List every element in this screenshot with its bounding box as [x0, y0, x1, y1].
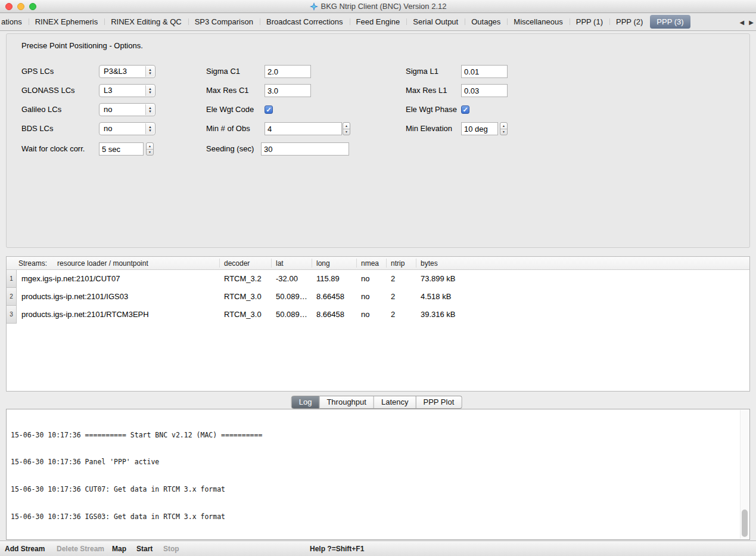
cell-mountpoint: products.igs-ip.net:2101/RTCM3EPH — [21, 306, 149, 324]
gps-lcs-combobox[interactable]: P3&L3 ▲▼ — [99, 65, 155, 78]
column-bytes: bytes — [421, 257, 438, 270]
tab-rinex-editing-qc[interactable]: RINEX Editing & QC — [104, 13, 188, 30]
tab-bar: ations RINEX Ephemeris RINEX Editing & Q… — [0, 13, 756, 31]
max-res-c1-label: Max Res C1 — [206, 84, 249, 97]
cell-long: 8.66458 — [316, 306, 344, 324]
app-icon — [310, 2, 318, 11]
tab-broadcast-corrections[interactable]: Broadcast Corrections — [260, 13, 350, 30]
cell-bytes: 4.518 kB — [421, 288, 451, 306]
glonass-lcs-label: GLONASS LCs — [21, 84, 75, 97]
bds-lcs-combobox[interactable]: no ▲▼ — [99, 122, 155, 135]
cell-decoder: RTCM_3.0 — [224, 306, 262, 324]
tab-serial-output[interactable]: Serial Output — [406, 13, 465, 30]
seeding-input[interactable] — [261, 142, 349, 156]
streams-table[interactable]: Streams: resource loader / mountpoint de… — [6, 256, 750, 392]
ele-wgt-phase-checkbox[interactable]: ✓ — [461, 105, 469, 114]
column-nmea: nmea — [361, 257, 379, 270]
tab-ppp-3[interactable]: PPP (3) — [650, 15, 690, 29]
window-title: BKG Ntrip Client (BNC) Version 2.12 — [0, 0, 756, 13]
title-bar[interactable]: BKG Ntrip Client (BNC) Version 2.12 — [0, 0, 756, 13]
cell-nmea: no — [361, 270, 369, 288]
tab-miscellaneous[interactable]: Miscellaneous — [507, 13, 569, 30]
check-icon: ✓ — [266, 106, 271, 113]
panel-title: Precise Point Positioning - Options. — [21, 41, 143, 50]
column-separator — [219, 259, 220, 268]
tab-sp3-comparison[interactable]: SP3 Comparison — [188, 13, 260, 30]
table-row[interactable]: 2 products.igs-ip.net:2101/IGS03 RTCM_3.… — [7, 288, 749, 306]
stepper-down-icon[interactable]: ▼ — [500, 129, 507, 135]
max-res-l1-label: Max Res L1 — [406, 84, 447, 97]
combo-arrows-icon: ▲▼ — [145, 66, 154, 77]
tab-scroll-left-icon[interactable]: ◀ — [740, 19, 745, 26]
combo-arrows-icon: ▲▼ — [145, 123, 154, 134]
log-line: 15-06-30 10:17:36 CUT07: Get data in RTC… — [11, 485, 739, 494]
row-number: 2 — [7, 288, 17, 306]
max-res-l1-input[interactable] — [461, 84, 508, 97]
tab-ppp-plot[interactable]: PPP Plot — [416, 396, 462, 409]
streams-table-header: Streams: resource loader / mountpoint de… — [7, 257, 749, 270]
glonass-lcs-combobox[interactable]: L3 ▲▼ — [99, 84, 155, 97]
stepper-up-icon[interactable]: ▲ — [147, 143, 153, 149]
min-obs-stepper[interactable]: ▲ ▼ — [343, 122, 350, 135]
wait-clock-input[interactable] — [99, 142, 144, 156]
tab-feed-engine[interactable]: Feed Engine — [350, 13, 407, 30]
ele-wgt-code-checkbox[interactable]: ✓ — [265, 105, 273, 114]
tab-ppp-2[interactable]: PPP (2) — [609, 13, 649, 30]
cell-ntrip: 2 — [391, 306, 395, 324]
delete-stream-button[interactable]: Delete Stream — [57, 541, 104, 556]
cell-decoder: RTCM_3.0 — [224, 288, 262, 306]
min-elevation-label: Min Elevation — [406, 122, 452, 135]
gps-lcs-value: P3&L3 — [104, 67, 127, 76]
ppp-options-panel: Precise Point Positioning - Options. GPS… — [6, 33, 750, 248]
galileo-lcs-combobox[interactable]: no ▲▼ — [99, 103, 155, 116]
column-separator — [416, 259, 416, 268]
log-panel[interactable]: 15-06-30 10:17:36 ========== Start BNC v… — [6, 409, 750, 540]
sigma-l1-label: Sigma L1 — [406, 65, 438, 78]
tab-outages[interactable]: Outages — [465, 13, 507, 30]
table-row[interactable]: 3 products.igs-ip.net:2101/RTCM3EPH RTCM… — [7, 306, 749, 324]
add-stream-button[interactable]: Add Stream — [5, 541, 45, 556]
map-button[interactable]: Map — [112, 541, 126, 556]
log-line: 15-06-30 10:17:36 ========== Start BNC v… — [11, 431, 739, 440]
max-res-c1-input[interactable] — [265, 84, 311, 97]
column-mountpoint: resource loader / mountpoint — [57, 257, 148, 270]
combo-arrows-icon: ▲▼ — [145, 104, 154, 115]
cell-bytes: 73.899 kB — [421, 270, 456, 288]
log-line: 15-06-30 10:17:36 Panel 'PPP' active — [11, 458, 739, 467]
start-button[interactable]: Start — [136, 541, 153, 556]
tab-log[interactable]: Log — [291, 396, 320, 409]
tab-latency[interactable]: Latency — [374, 396, 416, 409]
min-elevation-input[interactable] — [461, 122, 498, 135]
check-icon: ✓ — [462, 106, 468, 113]
cell-nmea: no — [361, 306, 369, 324]
column-separator — [271, 259, 272, 268]
stepper-down-icon[interactable]: ▼ — [147, 149, 153, 156]
column-separator — [312, 259, 312, 268]
column-decoder: decoder — [224, 257, 250, 270]
tab-rinex-ephemeris[interactable]: RINEX Ephemeris — [29, 13, 104, 30]
column-separator — [356, 259, 357, 268]
log-scrollbar[interactable] — [740, 410, 749, 539]
ele-wgt-code-label: Ele Wgt Code — [206, 103, 254, 116]
tab-throughput[interactable]: Throughput — [319, 396, 374, 409]
table-row[interactable]: 1 mgex.igs-ip.net:2101/CUT07 RTCM_3.2 -3… — [7, 270, 749, 288]
cell-lat: -32.00 — [276, 270, 298, 288]
cell-ntrip: 2 — [391, 270, 395, 288]
stepper-up-icon[interactable]: ▲ — [343, 123, 350, 129]
min-elevation-stepper[interactable]: ▲ ▼ — [500, 122, 508, 135]
stop-button[interactable]: Stop — [163, 541, 179, 556]
stepper-up-icon[interactable]: ▲ — [500, 123, 507, 129]
tab-scroll-right-icon[interactable]: ▶ — [749, 19, 754, 26]
column-lat: lat — [276, 257, 284, 270]
glonass-lcs-value: L3 — [104, 86, 112, 95]
tab-ppp-1[interactable]: PPP (1) — [570, 13, 609, 30]
wait-clock-stepper[interactable]: ▲ ▼ — [146, 142, 154, 156]
galileo-lcs-label: Galileo LCs — [21, 103, 61, 116]
min-obs-input[interactable] — [265, 122, 342, 135]
column-long: long — [316, 257, 330, 270]
scrollbar-thumb[interactable] — [742, 510, 748, 537]
sigma-c1-input[interactable] — [265, 65, 311, 78]
stepper-down-icon[interactable]: ▼ — [343, 129, 350, 135]
tab-rinex-observations[interactable]: ations — [0, 13, 29, 30]
sigma-l1-input[interactable] — [461, 65, 508, 78]
